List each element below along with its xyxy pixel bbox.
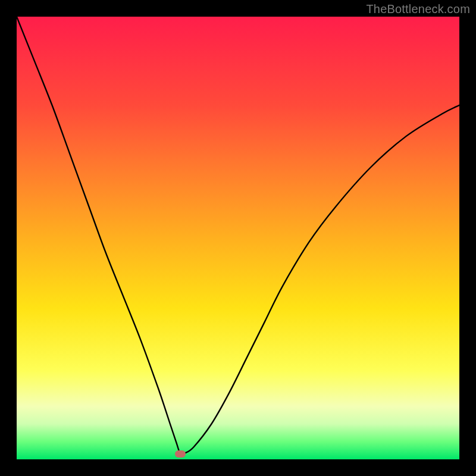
optimal-point-marker xyxy=(175,450,186,458)
watermark-label: TheBottleneck.com xyxy=(366,2,470,16)
plot-area xyxy=(17,17,459,459)
chart-frame: TheBottleneck.com xyxy=(0,0,476,476)
bottleneck-curve xyxy=(17,17,459,459)
